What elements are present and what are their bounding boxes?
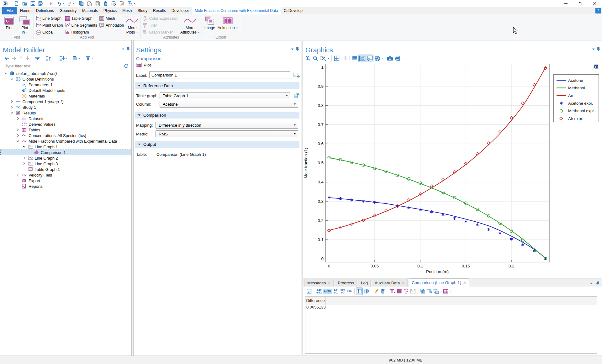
add-table-button[interactable] — [389, 288, 396, 295]
tree-item-reports[interactable]: Reports — [0, 183, 131, 189]
tree-item-tables[interactable]: Tables — [0, 127, 131, 133]
ribbon-button-line-graph[interactable]: Line Graph — [35, 15, 64, 22]
collapse-all-button[interactable] — [44, 55, 55, 61]
nav-forward-button[interactable] — [10, 55, 18, 61]
paste-button[interactable] — [85, 0, 93, 7]
menu-tab-developer[interactable]: Developer — [169, 7, 192, 14]
tree-item-velocity-field[interactable]: Velocity Field — [0, 172, 131, 178]
refresh-button[interactable] — [122, 63, 130, 69]
table-display-button[interactable] — [356, 288, 363, 295]
collapse-arrow-icon[interactable] — [10, 77, 14, 81]
expand-arrow-icon[interactable] — [10, 99, 14, 104]
collapse-arrow-icon[interactable] — [22, 145, 26, 149]
dropdown-caret[interactable] — [62, 0, 65, 7]
ribbon-button-plot-in[interactable]: PlotIn — [18, 15, 32, 34]
ribbon-button-color-expression[interactable]: Color Expression — [141, 15, 179, 22]
ribbon-button-histogram[interactable]: Histogram — [64, 29, 98, 36]
expand-arrow-icon[interactable] — [22, 161, 26, 166]
close-button[interactable] — [588, 0, 602, 7]
tab-close-icon[interactable] — [463, 281, 466, 284]
nav-back-button[interactable] — [3, 55, 10, 61]
sound-ear-button[interactable] — [403, 288, 409, 295]
fmt-scientific-button[interactable]: 8.85e-12 — [315, 288, 323, 295]
menu-tab-mole-fractions-compared-with-experimental-data[interactable]: Mole Fractions Compared with Experimenta… — [192, 7, 281, 14]
combo-column[interactable]: Acetone — [160, 101, 298, 108]
full-precision-button[interactable] — [306, 288, 313, 295]
ribbon-button-filter[interactable]: Filter — [141, 22, 179, 29]
section-header-comparison[interactable]: Comparison — [135, 112, 299, 119]
ribbon-button-plot[interactable]: Plot — [2, 15, 16, 30]
fmt-engineering-button[interactable]: 8.5e-1 — [332, 288, 339, 295]
tree-item-stefan-tube-mph[interactable]: stefan_tube.mph (root) — [0, 71, 131, 76]
tree-item-results[interactable]: Results — [0, 110, 131, 116]
settings-menu-caret[interactable] — [291, 48, 294, 50]
menu-tab-file[interactable]: File — [2, 7, 17, 14]
bottom-tab-comparison-line-graph-1[interactable]: Comparison (Line Graph 1) — [409, 278, 469, 287]
section-header-reference-data[interactable]: Reference Data — [135, 82, 299, 89]
dropdown-caret[interactable] — [72, 0, 75, 7]
copy-table-button[interactable] — [419, 288, 426, 295]
maximize-button[interactable] — [573, 0, 588, 7]
polar-display-button[interactable] — [363, 288, 370, 295]
menu-tab-csdevelop[interactable]: CsDevelop — [281, 7, 305, 14]
chart[interactable]: 00.050.10.150.200.10.20.30.40.50.60.70.8… — [303, 40, 602, 278]
dropdown-caret[interactable] — [133, 0, 136, 7]
tree-item-concentrations-all-species-tcs[interactable]: Concentrations, All Species (tcs) — [0, 133, 131, 138]
open-button[interactable] — [21, 0, 29, 7]
new-file-button[interactable] — [13, 0, 21, 7]
copy-all-button[interactable] — [433, 288, 440, 295]
copy-button[interactable] — [77, 0, 85, 7]
table-menu-button[interactable] — [442, 288, 449, 295]
tab-close-icon[interactable] — [402, 282, 405, 284]
table-menu-caret[interactable] — [449, 288, 452, 295]
ribbon-button-annotation[interactable]: Annotation — [98, 22, 125, 29]
ribbon-button-point-graph[interactable]: Point Graph — [35, 22, 64, 29]
app-logo-button[interactable] — [1, 0, 9, 7]
tree-item-parameters-1[interactable]: PiParameters 1 — [0, 82, 131, 87]
tree-item-datasets[interactable]: Datasets — [0, 116, 131, 121]
ribbon-button-mesh[interactable]: Mesh — [98, 15, 125, 22]
tree-item-table-graph-1[interactable]: Table Graph 1 — [0, 166, 131, 172]
expand-arrow-icon[interactable] — [10, 105, 14, 109]
fmt-automatic-button[interactable]: AUTO — [323, 288, 332, 295]
ribbon-button-animation[interactable]: Animation — [217, 15, 239, 30]
section-header-output[interactable]: Output — [135, 141, 299, 148]
combo-mapping[interactable]: Difference in y direction — [156, 122, 298, 129]
ribbon-button-table-graph[interactable]: Table Graph — [64, 15, 98, 22]
bottom-tab-auxiliary-data[interactable]: Auxiliary Data — [372, 279, 408, 287]
menu-tab-study[interactable]: Study — [135, 7, 150, 14]
tab-close-icon[interactable] — [328, 282, 331, 284]
select-box-button[interactable] — [110, 0, 118, 7]
delete-button[interactable] — [102, 0, 110, 7]
tree-item-line-graph-2[interactable]: Line Graph 2 — [0, 155, 131, 161]
model-builder-pin[interactable] — [127, 47, 129, 51]
nav-up-button[interactable] — [18, 55, 24, 61]
node-text-button[interactable] — [72, 55, 82, 61]
tree-item-mole-fractions-compared-with-experimental-data[interactable]: Mole Fractions Compared with Experimenta… — [0, 138, 131, 144]
clear-selection-button[interactable] — [118, 0, 126, 7]
table-row[interactable]: 0.0055133 — [305, 304, 597, 310]
combo-table-graph[interactable]: Table Graph 1 — [160, 92, 290, 99]
filter-input[interactable]: Type filter text — [3, 63, 122, 69]
ribbon-button-more-attributes[interactable]: MoreAttributes — [179, 15, 201, 34]
bottom-tab-progress[interactable]: Progress — [335, 279, 357, 287]
settings-pin[interactable] — [296, 47, 299, 51]
bottom-tab-messages[interactable]: Messages — [304, 279, 334, 287]
tree-item-global-definitions[interactable]: Global Definitions — [0, 76, 131, 82]
tree-item-comparison-1[interactable]: Comparison 1 — [0, 150, 131, 155]
label-input[interactable]: Comparison 1 — [149, 71, 290, 78]
menu-tab-physics[interactable]: Physics — [101, 7, 119, 14]
help-button[interactable]: ? — [595, 8, 601, 13]
tree-item-export[interactable]: Export — [0, 178, 131, 183]
menu-tab-results[interactable]: Results — [150, 7, 169, 14]
model-builder-menu-caret[interactable] — [122, 48, 124, 50]
show-eye-button[interactable] — [33, 55, 41, 61]
bottom-panel-caret[interactable] — [590, 282, 593, 284]
ribbon-button-line-segments[interactable]: Line Segments — [64, 22, 98, 29]
fmt-compact-button[interactable]: 850e-3 — [339, 288, 346, 295]
menu-tab-definitions[interactable]: Definitions — [33, 7, 57, 14]
noise-cell-button[interactable] — [409, 288, 416, 295]
filter-funnel-button[interactable] — [84, 55, 94, 61]
save-as-button[interactable] — [37, 0, 45, 7]
ribbon-button-global[interactable]: Global — [35, 29, 64, 36]
